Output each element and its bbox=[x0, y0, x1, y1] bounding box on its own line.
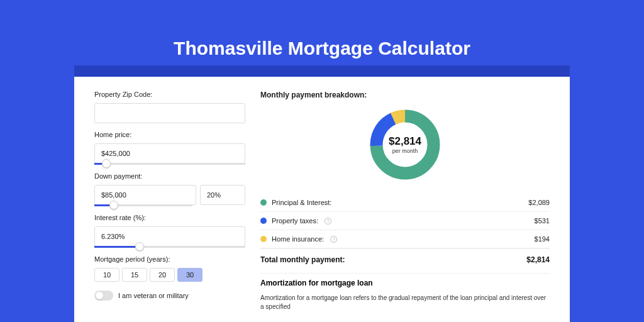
info-icon[interactable]: ? bbox=[325, 218, 331, 225]
breakdown-item-value: $194 bbox=[535, 235, 550, 243]
home-price-slider[interactable] bbox=[94, 163, 245, 165]
zip-field: Property Zip Code: bbox=[94, 91, 245, 123]
total-label: Total monthly payment: bbox=[260, 255, 345, 264]
home-price-field: Home price: bbox=[94, 131, 245, 165]
donut-amount: $2,814 bbox=[389, 135, 421, 148]
period-button-15[interactable]: 15 bbox=[122, 268, 147, 282]
interest-slider[interactable] bbox=[94, 246, 245, 248]
down-payment-percent-input[interactable] bbox=[200, 185, 245, 205]
breakdown-line-items: Principal & Interest:$2,089Property taxe… bbox=[260, 194, 550, 248]
down-payment-slider-thumb[interactable] bbox=[109, 201, 118, 209]
divider bbox=[260, 273, 550, 274]
toggle-knob bbox=[96, 292, 103, 299]
donut-sub: per month bbox=[392, 148, 418, 154]
home-price-slider-thumb[interactable] bbox=[102, 159, 111, 168]
interest-input[interactable] bbox=[94, 226, 245, 247]
down-payment-slider[interactable] bbox=[94, 204, 192, 206]
down-payment-field: Down payment: bbox=[94, 172, 245, 206]
zip-label: Property Zip Code: bbox=[94, 91, 245, 98]
period-button-10[interactable]: 10 bbox=[94, 268, 119, 282]
period-field: Mortgage period (years): 10152030 bbox=[94, 255, 245, 282]
donut-chart-wrap: $2,814 per month bbox=[260, 107, 550, 182]
breakdown-item: Property taxes:?$531 bbox=[260, 212, 550, 230]
donut-center: $2,814 per month bbox=[367, 107, 443, 182]
breakdown-item-label: Principal & Interest: bbox=[272, 199, 331, 206]
total-row: Total monthly payment: $2,814 bbox=[260, 249, 550, 273]
breakdown-item-value: $2,089 bbox=[528, 199, 550, 206]
period-button-30[interactable]: 30 bbox=[177, 268, 203, 282]
header-underline bbox=[74, 65, 570, 77]
breakdown-item-label: Property taxes: bbox=[272, 217, 318, 225]
calculator-card: Property Zip Code: Home price: Down paym… bbox=[74, 77, 570, 322]
legend-dot bbox=[260, 218, 267, 224]
breakdown-column: Monthly payment breakdown: $2,814 per mo… bbox=[260, 91, 550, 311]
veteran-toggle[interactable] bbox=[94, 291, 113, 301]
total-value: $2,814 bbox=[526, 255, 550, 264]
veteran-row: I am veteran or military bbox=[94, 291, 245, 301]
interest-field: Interest rate (%): bbox=[94, 214, 245, 248]
form-column: Property Zip Code: Home price: Down paym… bbox=[94, 91, 245, 311]
donut-chart: $2,814 per month bbox=[367, 107, 443, 182]
legend-dot bbox=[260, 199, 267, 206]
interest-label: Interest rate (%): bbox=[94, 214, 245, 221]
home-price-input[interactable] bbox=[94, 143, 245, 164]
down-payment-input[interactable] bbox=[94, 185, 196, 205]
period-options: 10152030 bbox=[94, 268, 245, 282]
legend-dot bbox=[260, 236, 267, 242]
breakdown-item-value: $531 bbox=[535, 217, 550, 225]
veteran-label: I am veteran or military bbox=[118, 292, 189, 299]
breakdown-title: Monthly payment breakdown: bbox=[260, 91, 550, 99]
amortization-title: Amortization for mortgage loan bbox=[260, 279, 550, 287]
breakdown-item: Principal & Interest:$2,089 bbox=[260, 194, 550, 211]
amortization-text: Amortization for a mortgage loan refers … bbox=[260, 294, 550, 311]
breakdown-item-label: Home insurance: bbox=[272, 235, 324, 243]
interest-slider-thumb[interactable] bbox=[135, 242, 144, 251]
info-icon[interactable]: ? bbox=[330, 236, 337, 243]
down-payment-label: Down payment: bbox=[94, 172, 245, 180]
home-price-label: Home price: bbox=[94, 131, 245, 138]
zip-input[interactable] bbox=[94, 103, 245, 123]
page-title: Thomasville Mortgage Calculator bbox=[0, 38, 644, 59]
breakdown-item: Home insurance:?$194 bbox=[260, 230, 550, 248]
period-button-20[interactable]: 20 bbox=[150, 268, 175, 282]
period-label: Mortgage period (years): bbox=[94, 255, 245, 263]
interest-slider-fill bbox=[94, 246, 140, 248]
